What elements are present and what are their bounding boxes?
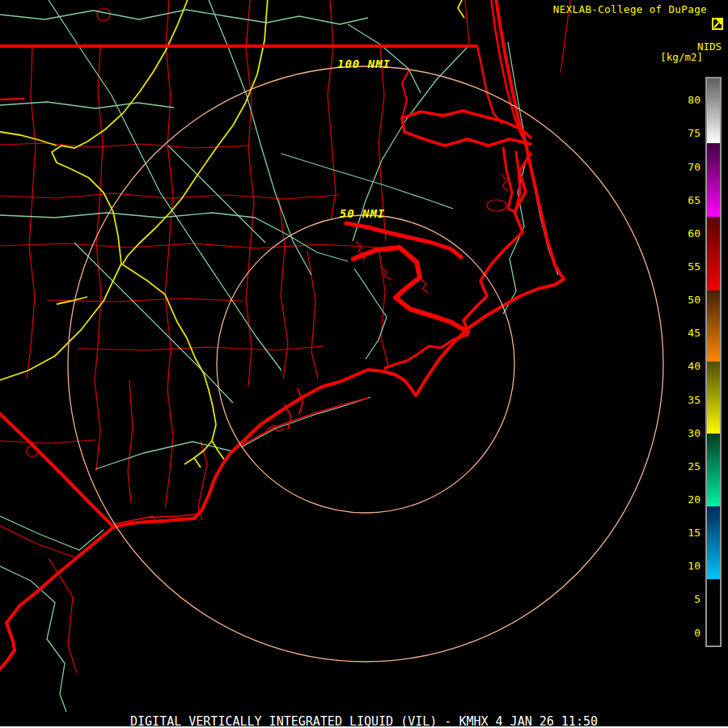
colorbar-tick-label: 15 (676, 527, 700, 538)
colorbar-tick-label: 70 (676, 162, 700, 172)
coastline (0, 0, 564, 669)
radar-display: 100 NMI 50 NMI NEXLAB-College of DuPage … (0, 0, 728, 728)
colorbar-tick-label: 45 (676, 328, 700, 338)
range-ring-50nmi-label: 50 NMI (340, 207, 386, 220)
radar-map: 100 NMI 50 NMI (0, 0, 728, 728)
colorbar-tick-label: 20 (676, 494, 700, 505)
colorbar-tick-label: 80 (676, 95, 700, 105)
colorbar-tick-label: 0 (676, 628, 700, 638)
range-ring-100nmi (68, 66, 663, 662)
colorbar-tick-label: 75 (676, 128, 700, 138)
units-label: [kg/m2] (660, 51, 703, 63)
colorbar-segment (707, 143, 720, 217)
colorbar-tick-label: 10 (676, 561, 700, 571)
colorbar-tick-label: 40 (676, 361, 700, 371)
county-boundaries (0, 0, 570, 673)
colorbar-tick-label: 50 (676, 294, 700, 305)
colorbar (705, 77, 722, 647)
road-lines (0, 0, 558, 712)
colorbar-tick-label: 35 (676, 395, 700, 405)
colorbar-segment (707, 434, 720, 507)
colorbar-segment (707, 506, 720, 579)
colorbar-segment (707, 362, 720, 434)
range-ring-50nmi (217, 215, 514, 513)
colorbar-tick-label: 5 (676, 594, 700, 604)
colorbar-segment (707, 217, 720, 290)
range-ring-100nmi-label: 100 NMI (337, 57, 391, 70)
colorbar-segment (707, 579, 720, 645)
colorbar-tick-label: 25 (676, 461, 700, 472)
colorbar-tick-label: 65 (676, 195, 700, 205)
colorbar-segment (707, 290, 720, 362)
colorbar-tick-label: 30 (676, 428, 700, 438)
range-rings (68, 66, 663, 662)
colorbar-tick-label: 60 (676, 228, 700, 239)
colorbar-tick-label: 55 (676, 261, 700, 272)
colorbar-segment (707, 78, 720, 143)
